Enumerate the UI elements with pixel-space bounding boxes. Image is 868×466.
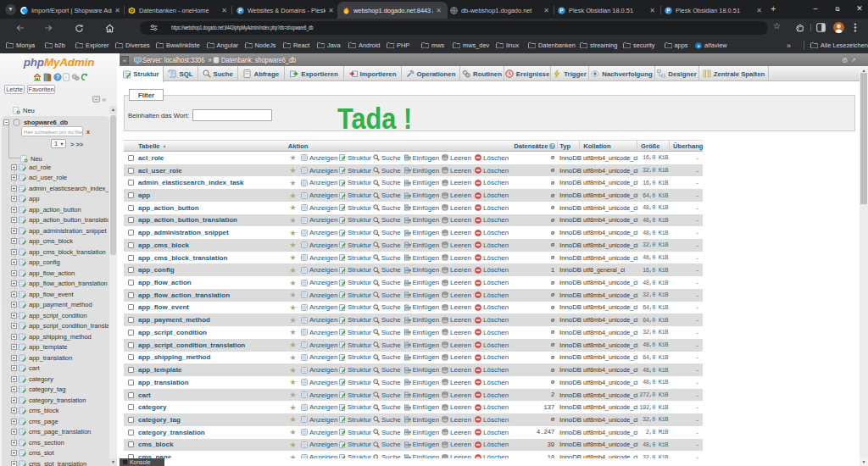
svg-text:i: i xyxy=(65,75,66,80)
svg-text:P: P xyxy=(238,8,242,14)
svg-text:P: P xyxy=(559,8,564,14)
svg-text:P: P xyxy=(666,8,670,14)
svg-text:?: ? xyxy=(55,74,58,80)
